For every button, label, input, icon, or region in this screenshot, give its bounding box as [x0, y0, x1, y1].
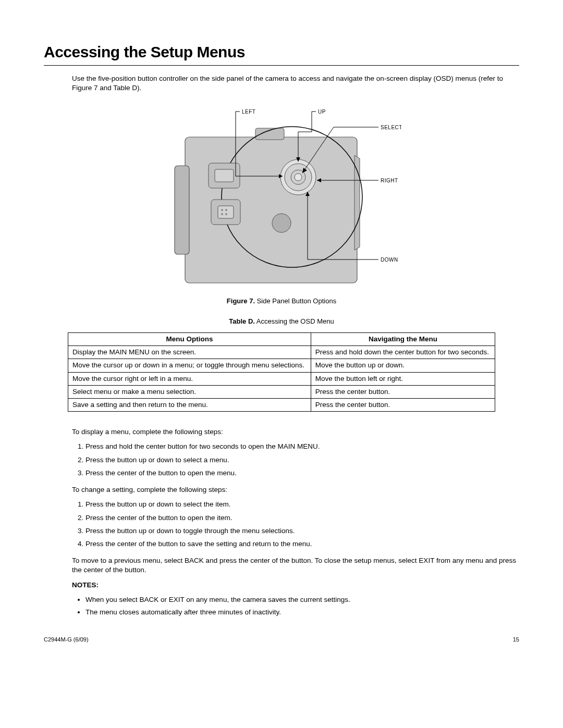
- change-setting-intro: To change a setting, complete the follow…: [72, 485, 519, 495]
- page-title: Accessing the Setup Menus: [44, 42, 519, 63]
- figure-caption-prefix: Figure 7.: [227, 297, 255, 305]
- intro-paragraph: Use the five-position button controller …: [72, 74, 519, 93]
- table-row: Select menu or make a menu selection.Pre…: [68, 385, 495, 398]
- figure-caption: Figure 7. Side Panel Button Options: [44, 297, 519, 306]
- diagram-label-down: DOWN: [381, 257, 398, 263]
- svg-rect-12: [218, 206, 234, 218]
- list-item: Press the center of the button to save t…: [85, 539, 519, 549]
- side-panel-diagram: LEFT UP SELECT RIGHT DOWN: [162, 103, 401, 291]
- list-item: Press the center of the button to open t…: [85, 468, 519, 478]
- table-header-options: Menu Options: [68, 332, 311, 346]
- list-item: Press the button up or down to select th…: [85, 500, 519, 509]
- svg-point-7: [295, 174, 302, 181]
- svg-point-8: [272, 214, 291, 232]
- table-row: Save a setting and then return to the me…: [68, 399, 495, 412]
- table-caption: Table D. Accessing the OSD Menu: [44, 317, 519, 326]
- table-header-row: Menu Options Navigating the Menu: [68, 332, 495, 346]
- table-header-navigating: Navigating the Menu: [311, 332, 495, 346]
- table-caption-text: Accessing the OSD Menu: [256, 317, 334, 325]
- table-row: Move the cursor up or down in a menu; or…: [68, 359, 495, 372]
- list-item: The menu closes automatically after thre…: [85, 608, 519, 617]
- diagram-label-up: UP: [318, 109, 326, 115]
- footer-page-number: 15: [513, 636, 519, 644]
- svg-rect-10: [215, 169, 234, 182]
- svg-point-13: [221, 209, 223, 211]
- figure-caption-text: Side Panel Button Options: [257, 297, 337, 305]
- display-menu-steps: Press and hold the center button for two…: [72, 442, 519, 478]
- figure-container: LEFT UP SELECT RIGHT DOWN Figure 7. Side…: [44, 103, 519, 326]
- diagram-label-left: LEFT: [242, 109, 255, 115]
- table-row: Display the MAIN MENU on the screen.Pres…: [68, 346, 495, 359]
- osd-table: Menu Options Navigating the Menu Display…: [68, 332, 495, 412]
- back-exit-paragraph: To move to a previous menu, select BACK …: [72, 556, 519, 575]
- table-caption-prefix: Table D.: [229, 317, 255, 325]
- diagram-label-select: SELECT: [381, 125, 401, 130]
- page-footer: C2944M-G (6/09) 15: [44, 636, 519, 644]
- notes-list: When you select BACK or EXIT on any menu…: [72, 595, 519, 617]
- svg-point-16: [225, 213, 227, 215]
- list-item: Press the center of the button to open t…: [85, 513, 519, 523]
- svg-point-14: [225, 209, 227, 211]
- diagram-label-right: RIGHT: [381, 178, 398, 183]
- notes-heading: NOTES:: [72, 581, 519, 590]
- table-row: Move the cursor right or left in a menu.…: [68, 372, 495, 385]
- list-item: Press and hold the center button for two…: [85, 442, 519, 451]
- svg-rect-1: [175, 166, 189, 254]
- list-item: Press the button up or down to select a …: [85, 455, 519, 465]
- svg-point-15: [221, 213, 223, 215]
- footer-doc-id: C2944M-G (6/09): [44, 636, 89, 644]
- heading-rule: [44, 65, 519, 66]
- list-item: Press the button up or down to toggle th…: [85, 526, 519, 536]
- display-menu-intro: To display a menu, complete the followin…: [72, 427, 519, 437]
- change-setting-steps: Press the button up or down to select th…: [72, 500, 519, 549]
- list-item: When you select BACK or EXIT on any menu…: [85, 595, 519, 604]
